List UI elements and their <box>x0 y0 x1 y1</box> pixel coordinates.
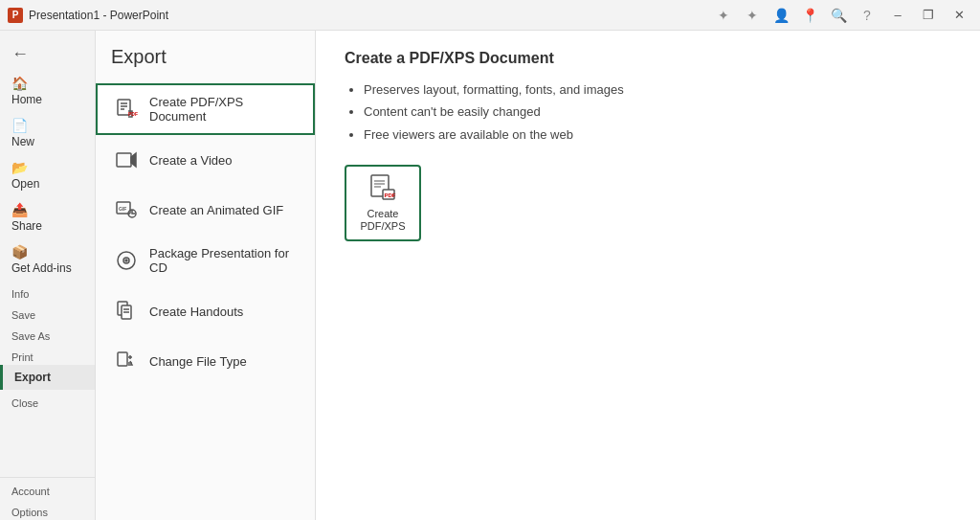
restore-button[interactable]: ❐ <box>915 2 942 29</box>
sidebar-info[interactable]: Info <box>0 281 95 302</box>
svg-rect-5 <box>117 153 131 167</box>
cd-icon <box>113 247 140 274</box>
pdf-label: Create PDF/XPS Document <box>149 95 298 124</box>
open-label: Open <box>11 177 39 191</box>
detail-bullets: Preserves layout, formatting, fonts, and… <box>345 79 951 146</box>
sidebar-save[interactable]: Save <box>0 302 95 323</box>
sidebar-bottom: Account Options <box>0 477 95 520</box>
bullet-2: Content can't be easily changed <box>364 101 951 123</box>
share-label: Share <box>11 219 42 233</box>
star-icon-2: ✦ <box>739 2 766 29</box>
profile-icon: 👤 <box>768 2 794 29</box>
export-title: Export <box>96 46 315 83</box>
app-title: Presentation1 - PowerPoint <box>29 9 168 22</box>
sidebar-saveas[interactable]: Save As <box>0 323 95 344</box>
app-logo: P <box>8 8 23 23</box>
svg-point-12 <box>125 260 127 261</box>
export-menu-handouts[interactable]: Create Handouts <box>96 286 315 336</box>
handouts-icon <box>113 298 140 325</box>
sidebar-close[interactable]: Close <box>0 390 95 411</box>
new-icon: 📄 <box>11 118 28 133</box>
filetype-label: Change File Type <box>149 354 247 369</box>
sidebar: ← 🏠 Home 📄 New 📂 Open 📤 Share 📦 Get Add-… <box>0 31 96 520</box>
filetype-icon <box>113 348 140 374</box>
video-label: Create a Video <box>149 153 233 168</box>
sidebar-options[interactable]: Options <box>0 499 95 520</box>
location-icon: 📍 <box>796 2 823 29</box>
sidebar-account[interactable]: Account <box>0 478 95 499</box>
svg-rect-17 <box>118 352 127 366</box>
title-bar: P Presentation1 - PowerPoint ✦ ✦ 👤 📍 🔍 ?… <box>0 0 980 31</box>
gif-label: Create an Animated GIF <box>149 203 283 217</box>
main-layout: ← 🏠 Home 📄 New 📂 Open 📤 Share 📦 Get Add-… <box>0 31 980 520</box>
star-icon-1: ✦ <box>710 2 737 29</box>
titlebar-right: ✦ ✦ 👤 📍 🔍 ? – ❐ ✕ <box>710 2 972 29</box>
addins-label: Get Add-ins <box>11 261 72 275</box>
export-menu: Export PDF Create PDF/XPS Document <box>96 31 316 520</box>
export-detail: Create a PDF/XPS Document Preserves layo… <box>316 31 980 520</box>
open-icon: 📂 <box>11 160 28 175</box>
export-menu-pdf[interactable]: PDF Create PDF/XPS Document <box>96 83 315 135</box>
pdf-icon: PDF <box>113 96 140 123</box>
bullet-1: Preserves layout, formatting, fonts, and… <box>364 79 951 101</box>
titlebar-left: P Presentation1 - PowerPoint <box>8 8 168 23</box>
create-pdf-icon: PDF <box>368 173 398 204</box>
home-label: Home <box>11 93 42 106</box>
gif-icon: GIF <box>113 196 140 223</box>
addins-icon: 📦 <box>11 244 28 260</box>
cd-label: Package Presentation for CD <box>149 246 298 275</box>
sidebar-print[interactable]: Print <box>0 344 95 365</box>
share-icon: 📤 <box>11 202 28 217</box>
sidebar-item-open[interactable]: 📂 Open <box>0 154 95 196</box>
home-icon: 🏠 <box>11 76 28 91</box>
sidebar-export[interactable]: Export <box>0 365 95 390</box>
create-pdf-button[interactable]: PDF CreatePDF/XPS <box>345 165 421 241</box>
export-area: Export PDF Create PDF/XPS Document <box>96 31 980 520</box>
help-icon: ? <box>854 2 880 29</box>
ribbon-stars: ✦ ✦ 👤 📍 🔍 ? <box>710 2 880 29</box>
svg-text:PDF: PDF <box>385 192 396 197</box>
svg-text:PDF: PDF <box>128 111 138 117</box>
bullet-3: Free viewers are available on the web <box>364 124 951 146</box>
export-menu-filetype[interactable]: Change File Type <box>96 336 315 386</box>
svg-text:GIF: GIF <box>119 206 126 212</box>
minimize-button[interactable]: – <box>884 2 911 29</box>
detail-title: Create a PDF/XPS Document <box>345 50 951 67</box>
sidebar-item-share[interactable]: 📤 Share <box>0 196 95 238</box>
sidebar-item-new[interactable]: 📄 New <box>0 112 95 154</box>
sidebar-item-home[interactable]: 🏠 Home <box>0 70 95 112</box>
export-menu-video[interactable]: Create a Video <box>96 135 315 185</box>
video-icon <box>113 147 140 173</box>
new-label: New <box>11 135 34 148</box>
back-button[interactable]: ← <box>0 38 95 70</box>
create-btn-label: CreatePDF/XPS <box>360 208 405 233</box>
export-menu-cd[interactable]: Package Presentation for CD <box>96 235 315 286</box>
export-menu-gif[interactable]: GIF Create an Animated GIF <box>96 185 315 235</box>
search-icon: 🔍 <box>825 2 852 29</box>
close-button[interactable]: ✕ <box>946 2 972 29</box>
sidebar-item-addins[interactable]: 📦 Get Add-ins <box>0 238 95 281</box>
handouts-label: Create Handouts <box>149 305 243 319</box>
